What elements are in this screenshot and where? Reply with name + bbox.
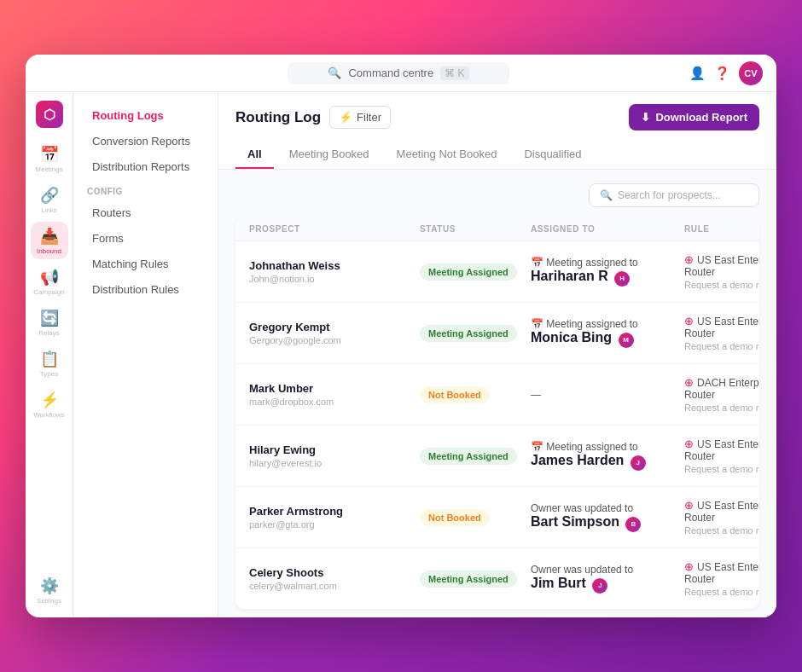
- workflows-icon: ⚡: [40, 391, 59, 409]
- nav-item-workflows[interactable]: ⚡ Workflows: [31, 385, 68, 423]
- rule-cell: ⊕US East Enterprise Sales – Inbound Rout…: [684, 437, 759, 474]
- settings-label: Settings: [37, 597, 61, 605]
- links-icon: 🔗: [40, 186, 59, 205]
- assigned-cell: 📅 Meeting assigned to Hariharan R H: [531, 257, 684, 287]
- sidebar-item-routers[interactable]: Routers: [78, 200, 212, 225]
- nav-item-campaign[interactable]: 📢 Campaign: [31, 263, 68, 300]
- nav-item-meetings[interactable]: 📅 Meetings: [31, 140, 68, 177]
- tab-meeting-booked[interactable]: Meeting Booked: [277, 141, 381, 169]
- assigned-cell: —: [531, 389, 684, 401]
- keyboard-shortcut: ⌘ K: [440, 67, 468, 80]
- status-badge: Not Booked: [420, 509, 490, 526]
- search-placeholder: Search for prospects...: [618, 189, 721, 201]
- assigned-text: 📅 Meeting assigned to: [531, 441, 684, 453]
- table-container: PROSPECT STATUS ASSIGNED TO RULE LOGGED …: [235, 217, 759, 609]
- nav-item-links[interactable]: 🔗 Links: [31, 181, 68, 218]
- assigned-cell: 📅 Meeting assigned to James Harden J: [531, 441, 684, 471]
- sidebar-item-distribution-rules[interactable]: Distribution Rules: [78, 277, 212, 302]
- top-bar-right: 👤 ❓ CV: [689, 61, 763, 85]
- help-icon[interactable]: ❓: [714, 66, 730, 81]
- prospect-email: John@notion.io: [249, 274, 420, 284]
- filter-button[interactable]: ⚡ Filter: [329, 106, 391, 129]
- content-header: Routing Log ⚡ Filter ⬇ Download Report A…: [218, 92, 776, 170]
- rule-name: ⊕US East Enterprise Sales – Inbound Rout…: [684, 315, 759, 339]
- router-icon: ⊕: [684, 315, 694, 327]
- calendar-icon: 📅: [531, 318, 546, 330]
- relays-icon: 🔄: [40, 309, 59, 327]
- prospect-cell: Gregory Kempt Gergory@google.com: [249, 321, 420, 345]
- tab-meeting-not-booked[interactable]: Meeting Not Booked: [385, 141, 509, 169]
- col-header-prospect: PROSPECT: [249, 224, 420, 234]
- nav-item-settings[interactable]: ⚙️ Settings: [31, 571, 68, 609]
- prospect-search[interactable]: 🔍 Search for prospects...: [589, 183, 759, 207]
- table-row: Hilary Ewing hilary@everest.io Meeting A…: [235, 426, 759, 487]
- download-icon: ⬇: [641, 111, 650, 124]
- inbound-label: Inbound: [37, 247, 61, 255]
- rule-cell: ⊕US East Enterprise Sales – Inbound Rout…: [684, 560, 759, 597]
- app-window: 🔍 Command centre ⌘ K 👤 ❓ CV ⬡ 📅 Meetings…: [26, 55, 776, 617]
- download-report-button[interactable]: ⬇ Download Report: [629, 104, 759, 130]
- status-cell: Not Booked: [420, 509, 531, 526]
- rule-cell: ⊕US East Enterprise Sales – Inbound Rout…: [684, 315, 759, 351]
- rule-name: ⊕US East Enterprise Sales – Inbound Rout…: [684, 499, 759, 524]
- prospect-email: celery@walmart.com: [249, 581, 420, 591]
- table-header: PROSPECT STATUS ASSIGNED TO RULE LOGGED …: [235, 217, 759, 241]
- assigned-cell: 📅 Meeting assigned to Monica Bing M: [531, 318, 684, 348]
- prospect-email: mark@dropbox.com: [249, 397, 420, 407]
- user-icon[interactable]: 👤: [689, 66, 706, 81]
- filter-label: Filter: [357, 111, 381, 124]
- nav-item-relays[interactable]: 🔄 Relays: [31, 304, 68, 341]
- prospect-name: Gregory Kempt: [249, 321, 420, 333]
- tab-disqualified[interactable]: Disqualified: [512, 141, 593, 169]
- avatar[interactable]: CV: [739, 61, 763, 85]
- table-row: Mark Umber mark@dropbox.com Not Booked —…: [235, 364, 759, 426]
- sidebar-item-matching-rules[interactable]: Matching Rules: [78, 252, 212, 276]
- page-title: Routing Log: [235, 109, 321, 126]
- rule-name: ⊕DACH Enterprise Sales – Inbound Router: [684, 376, 759, 401]
- assigned-text: —: [531, 389, 684, 401]
- prospect-cell: Celery Shoots celery@walmart.com: [249, 566, 420, 591]
- prospect-cell: Hilary Ewing hilary@everest.io: [249, 443, 420, 468]
- status-cell: Not Booked: [420, 386, 531, 403]
- prospect-cell: Mark Umber mark@dropbox.com: [249, 382, 420, 407]
- prospect-email: hilary@everest.io: [249, 458, 420, 468]
- sidebar-item-forms[interactable]: Forms: [78, 226, 212, 251]
- status-badge: Meeting Assigned: [420, 448, 517, 465]
- prospect-cell: Parker Armstrong parker@gta.org: [249, 505, 420, 530]
- command-search[interactable]: 🔍 Command centre ⌘ K: [288, 62, 509, 84]
- assigned-avatar: J: [592, 578, 607, 594]
- rule-sub: Request a demo router • Demo form: [684, 280, 759, 290]
- sidebar-item-routing-logs[interactable]: Routing Logs: [78, 103, 212, 128]
- router-icon: ⊕: [684, 253, 694, 266]
- sidebar-item-distribution-reports[interactable]: Distribution Reports: [78, 154, 212, 179]
- assigned-text: Owner was updated to: [531, 502, 684, 514]
- prospect-email: parker@gta.org: [249, 519, 420, 530]
- table-row: Johnathan Weiss John@notion.io Meeting A…: [235, 241, 759, 303]
- sidebar-item-conversion-reports[interactable]: Conversion Reports: [78, 129, 212, 154]
- status-cell: Meeting Assigned: [420, 325, 531, 342]
- settings-icon: ⚙️: [40, 576, 59, 595]
- main-layout: ⬡ 📅 Meetings 🔗 Links 📥 Inbound 📢 Campaig…: [26, 92, 776, 617]
- campaign-label: Campaign: [33, 288, 64, 296]
- app-logo: ⬡: [36, 101, 63, 128]
- table-row: Parker Armstrong parker@gta.org Not Book…: [235, 487, 759, 548]
- assigned-text: 📅 Meeting assigned to: [531, 318, 684, 330]
- assigned-avatar: M: [619, 333, 634, 348]
- types-label: Types: [40, 370, 58, 378]
- nav-item-inbound[interactable]: 📥 Inbound: [31, 222, 68, 259]
- rule-sub: Request a demo router • Demo form: [684, 525, 759, 536]
- assigned-avatar: B: [625, 517, 641, 532]
- router-icon: ⊕: [684, 376, 694, 389]
- nav-item-types[interactable]: 📋 Types: [31, 345, 68, 382]
- assigned-name: Jim Burt J: [531, 576, 684, 594]
- tab-all[interactable]: All: [235, 141, 274, 169]
- status-badge: Not Booked: [420, 386, 490, 403]
- assigned-cell: Owner was updated to Jim Burt J: [531, 564, 684, 594]
- router-icon: ⊕: [684, 560, 694, 573]
- col-header-assigned: ASSIGNED TO: [531, 224, 684, 234]
- table-toolbar: 🔍 Search for prospects...: [235, 183, 759, 207]
- status-cell: Meeting Assigned: [420, 571, 531, 588]
- status-cell: Meeting Assigned: [420, 264, 531, 281]
- types-icon: 📋: [40, 350, 59, 368]
- prospect-name: Celery Shoots: [249, 566, 420, 579]
